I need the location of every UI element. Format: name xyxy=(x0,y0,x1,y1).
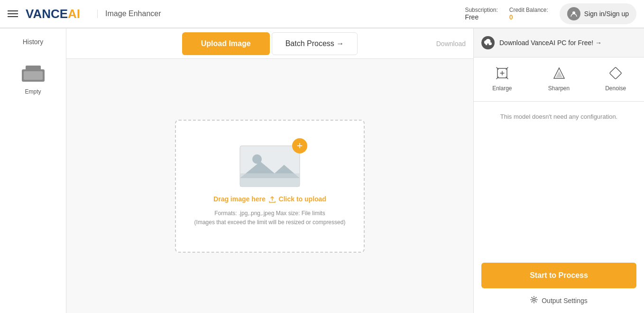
formats-line1: Formats: .jpg,.png,.jpeg Max size: File … xyxy=(214,210,325,217)
upload-icon xyxy=(268,196,276,203)
logo-ai: AI xyxy=(68,7,80,21)
logo: VANCE AI xyxy=(26,7,80,21)
credit-label: Credit Balance: xyxy=(509,7,548,13)
formats-line2: (Images that exceed the limit will be re… xyxy=(194,219,346,226)
upload-image-icon-container: + xyxy=(239,145,301,190)
download-cloud-icon xyxy=(481,36,495,49)
subscription-label: Subscription: xyxy=(465,7,497,13)
upload-dropzone[interactable]: + Drag image here Click to upload Format… xyxy=(175,120,365,253)
svg-marker-10 xyxy=(556,71,562,77)
upload-image-button[interactable]: Upload Image xyxy=(182,32,270,55)
tool-enlarge[interactable]: Enlarge xyxy=(474,63,531,95)
svg-point-12 xyxy=(533,299,535,301)
gear-icon xyxy=(530,296,538,305)
sidebar-empty-item: Empty xyxy=(21,65,46,95)
signin-button[interactable]: Sign in/Sign up xyxy=(560,3,636,24)
denoise-icon xyxy=(609,67,622,82)
tool-denoise[interactable]: Denoise xyxy=(587,63,644,95)
tray-icon xyxy=(21,65,46,83)
output-settings-label: Output Settings xyxy=(542,297,588,304)
svg-rect-7 xyxy=(240,173,300,187)
app-title: Image Enhancer xyxy=(97,9,161,18)
right-panel: Download VanceAI PC for Free! → Enlarge xyxy=(473,28,644,313)
svg-rect-3 xyxy=(24,71,43,80)
svg-rect-11 xyxy=(609,67,621,79)
sharpen-icon xyxy=(553,67,565,82)
click-to-upload[interactable]: Click to upload xyxy=(279,195,326,203)
subscription-value: Free xyxy=(465,13,497,21)
tools-row: Enlarge Sharpen Denoise xyxy=(474,57,644,102)
content-area: Upload Image Batch Process → Download + … xyxy=(66,28,473,313)
credit-value: 0 xyxy=(509,13,548,21)
download-vanceai-label: Download VanceAI PC for Free! → xyxy=(499,39,602,47)
batch-process-button[interactable]: Batch Process → xyxy=(272,32,358,55)
download-vanceai-bar[interactable]: Download VanceAI PC for Free! → xyxy=(474,28,644,57)
image-placeholder-icon xyxy=(239,145,301,188)
main-layout: History Empty Upload Image Batch Process… xyxy=(0,28,644,313)
subscription-block: Subscription: Free xyxy=(465,7,497,21)
start-process-button[interactable]: Start to Process xyxy=(481,263,636,288)
sharpen-label: Sharpen xyxy=(548,85,570,92)
drag-text: Drag image here xyxy=(213,195,267,203)
enlarge-icon xyxy=(496,67,508,82)
signin-label: Sign in/Sign up xyxy=(584,10,629,18)
svg-rect-2 xyxy=(26,66,41,70)
header: VANCE AI Image Enhancer Subscription: Fr… xyxy=(0,0,644,28)
avatar xyxy=(567,7,580,20)
denoise-label: Denoise xyxy=(605,85,626,92)
upload-text: Drag image here Click to upload xyxy=(213,195,326,203)
download-button[interactable]: Download xyxy=(436,40,466,47)
plus-circle-icon: + xyxy=(292,138,307,153)
header-meta: Subscription: Free Credit Balance: 0 Sig… xyxy=(465,3,636,24)
enlarge-label: Enlarge xyxy=(492,85,512,92)
menu-icon[interactable] xyxy=(8,10,18,17)
credit-block: Credit Balance: 0 xyxy=(509,7,548,21)
toolbar: Upload Image Batch Process → Download xyxy=(66,28,473,59)
upload-area: + Drag image here Click to upload Format… xyxy=(66,59,473,313)
upload-formats: Formats: .jpg,.png,.jpeg Max size: File … xyxy=(194,209,346,227)
sidebar-empty-label: Empty xyxy=(25,88,41,95)
config-message: This model doesn't need any configuratio… xyxy=(474,102,644,255)
tool-sharpen[interactable]: Sharpen xyxy=(531,63,588,95)
sidebar-history[interactable]: History xyxy=(23,38,44,46)
output-settings[interactable]: Output Settings xyxy=(474,296,644,313)
sidebar: History Empty xyxy=(0,28,66,313)
logo-vance: VANCE xyxy=(26,7,68,21)
